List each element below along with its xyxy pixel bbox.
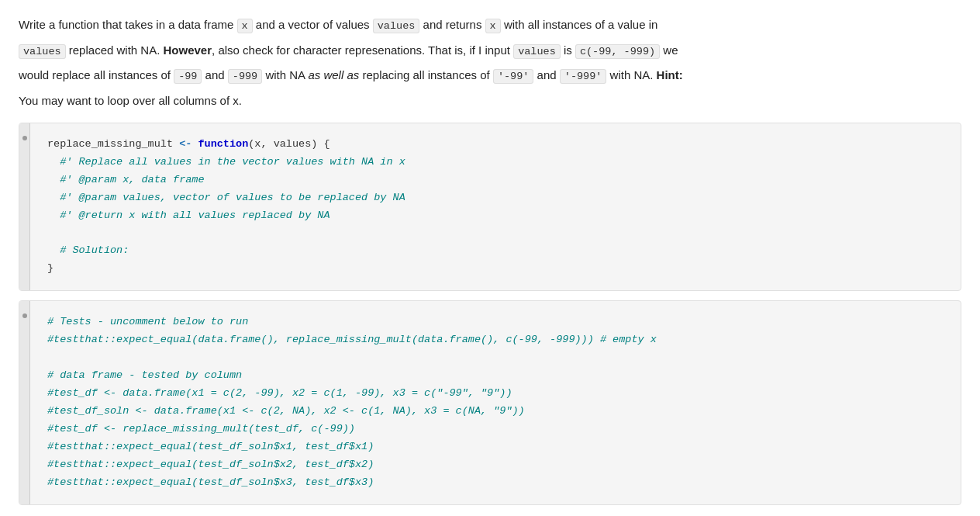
q99-code: '-99': [493, 69, 534, 84]
prose-text-7: we: [663, 43, 678, 57]
prose-section: Write a function that takes in a data fr…: [19, 16, 961, 110]
code-line-5: #' @return x with all values replaced by…: [47, 207, 945, 225]
code-line-t7: #test_df <- replace_missing_mult(test_df…: [47, 421, 945, 438]
gutter-1: [19, 123, 30, 291]
prose-text-10: with NA as well as replacing all instanc…: [265, 68, 493, 81]
gutter-2: [19, 301, 30, 504]
values-code-2: values: [19, 44, 66, 59]
code-line-1: replace_missing_mult <- function(x, valu…: [47, 136, 945, 154]
code-line-t10: #testthat::expect_equal(test_df_soln$x3,…: [47, 474, 945, 492]
c-code: c(-99, -999): [575, 44, 660, 59]
code-block-2[interactable]: # Tests - uncomment below to run #testth…: [19, 300, 961, 504]
prose-text-5: replaced with NA. However, also check fo…: [69, 43, 513, 57]
x-code-2: x: [485, 19, 501, 33]
prose-text-2: and a vector of values: [256, 18, 373, 31]
prose-text-1: Write a function that takes in a data fr…: [19, 18, 233, 31]
prose-text-12: with NA. Hint:: [610, 68, 683, 81]
code-line-t2: #testthat::expect_equal(data.frame(), re…: [47, 331, 945, 349]
prose-text-4: with all instances of a value in: [504, 18, 657, 31]
prose-line-1-2: Write a function that takes in a data fr…: [19, 16, 961, 35]
prose-line-2: values replaced with NA. However, also c…: [19, 41, 961, 61]
code-line-2: #' Replace all values in the vector valu…: [47, 154, 945, 171]
code-line-t3: [47, 349, 945, 367]
prose-text-3: and returns: [423, 18, 485, 31]
values-code-1: values: [373, 19, 420, 33]
values-code-3: values: [513, 44, 561, 59]
neg99-code: -99: [174, 69, 202, 84]
code-content-1: replace_missing_mult <- function(x, valu…: [41, 136, 945, 279]
prose-text-13: You may want to loop over all columns of…: [19, 94, 242, 107]
code-line-t8: #testthat::expect_equal(test_df_soln$x1,…: [47, 438, 945, 456]
neg999-code: -999: [228, 69, 262, 84]
code-line-6: [47, 224, 945, 242]
code-line-3: #' @param x, data frame: [47, 171, 945, 189]
prose-text-8: would replace all instances of: [19, 68, 174, 81]
prose-text-11: and: [537, 68, 560, 81]
code-line-t1: # Tests - uncomment below to run: [47, 313, 945, 331]
prose-text-6: is: [564, 43, 575, 57]
prose-text-9: and: [205, 68, 228, 81]
prose-line-4: You may want to loop over all columns of…: [19, 92, 961, 110]
code-line-t4: # data frame - tested by column: [47, 367, 945, 385]
code-line-t6: #test_df_soln <- data.frame(x1 <- c(2, N…: [47, 403, 945, 421]
code-line-t9: #testthat::expect_equal(test_df_soln$x2,…: [47, 456, 945, 474]
code-line-7: # Solution:: [47, 242, 945, 260]
x-code-1: x: [237, 19, 253, 33]
q999-code: '-999': [560, 69, 607, 84]
code-content-2: # Tests - uncomment below to run #testth…: [41, 313, 945, 491]
code-line-8: }: [47, 260, 945, 278]
prose-line-3: would replace all instances of -99 and -…: [19, 66, 961, 85]
code-line-4: #' @param values, vector of values to be…: [47, 189, 945, 207]
code-line-t5: #test_df <- data.frame(x1 = c(2, -99), x…: [47, 385, 945, 403]
code-block-1[interactable]: replace_missing_mult <- function(x, valu…: [19, 123, 961, 292]
